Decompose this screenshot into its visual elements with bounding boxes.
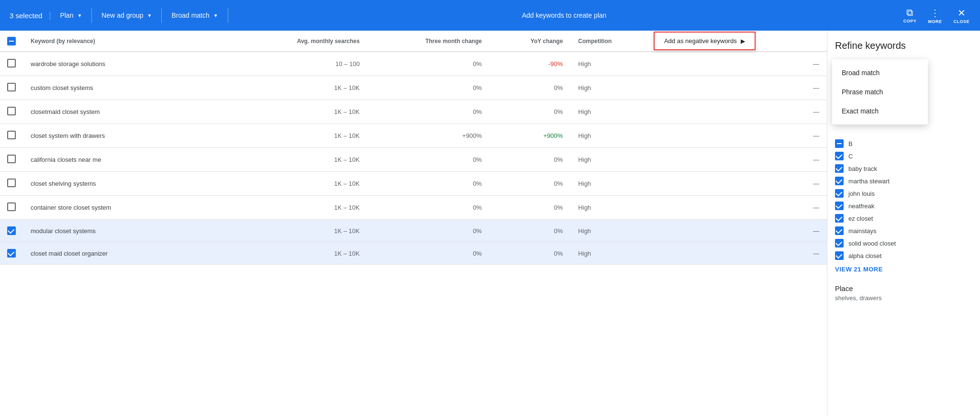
new-ad-group-label: New ad group <box>101 11 143 19</box>
new-ad-group-button[interactable]: New ad group ▼ <box>96 9 157 22</box>
table-row: container store closet system1K – 10K0%0… <box>0 196 827 220</box>
sidebar-place-title: Place <box>835 284 972 292</box>
row-checkbox[interactable] <box>7 155 16 163</box>
copy-button[interactable]: ⧉ COPY <box>898 4 921 26</box>
row-yoy: 0% <box>490 242 570 265</box>
sidebar-items-list: BCbaby trackmartha stewartjohn louisneat… <box>835 137 972 262</box>
row-checkbox[interactable] <box>7 59 16 67</box>
sidebar-item[interactable]: baby track <box>835 162 972 175</box>
row-three-month: +900% <box>368 124 490 148</box>
sidebar-item-checkbox[interactable] <box>835 152 844 160</box>
row-checkbox-cell[interactable] <box>0 124 23 148</box>
header-three-month: Three month change <box>368 31 490 52</box>
row-checkbox-cell[interactable] <box>0 52 23 76</box>
keywords-table: Keyword (by relevance) Avg. monthly sear… <box>0 31 827 265</box>
row-checkbox[interactable] <box>7 107 16 115</box>
broad-match-label: Broad match <box>171 11 209 19</box>
row-competition: High <box>570 148 654 172</box>
row-yoy: 0% <box>490 172 570 196</box>
copy-icon: ⧉ <box>906 7 913 18</box>
row-three-month: 0% <box>368 196 490 220</box>
close-icon: ✕ <box>958 7 966 19</box>
table-row: closet maid closet organizer1K – 10K0%0%… <box>0 242 827 265</box>
row-keyword: california closets near me <box>23 148 234 172</box>
row-searches: 1K – 10K <box>234 124 367 148</box>
sidebar-item-checkbox[interactable] <box>835 202 844 210</box>
sidebar-item-label: mainstays <box>848 227 877 235</box>
sidebar-item-checkbox[interactable] <box>835 214 844 223</box>
sidebar-item-checkbox[interactable] <box>835 164 844 173</box>
row-last: — <box>654 196 827 220</box>
more-button[interactable]: ⋮ MORE <box>923 4 947 27</box>
table-area: Keyword (by relevance) Avg. monthly sear… <box>0 31 827 416</box>
table-row: wardrobe storage solutions10 – 1000%-90%… <box>0 52 827 76</box>
copy-label: COPY <box>903 19 917 23</box>
table-row: custom closet systems1K – 10K0%0%High— <box>0 76 827 100</box>
header-checkbox[interactable] <box>7 37 16 45</box>
row-checkbox[interactable] <box>7 226 16 235</box>
sidebar-item[interactable]: ez closet <box>835 212 972 225</box>
table-row: closetmaid closet system1K – 10K0%0%High… <box>0 100 827 124</box>
sidebar-item-checkbox[interactable] <box>835 177 844 185</box>
row-checkbox-cell[interactable] <box>0 196 23 220</box>
close-label: CLOSE <box>953 19 969 24</box>
table-row: closet shelving systems1K – 10K0%0%High— <box>0 172 827 196</box>
row-checkbox-cell[interactable] <box>0 76 23 100</box>
row-keyword: closet maid closet organizer <box>23 242 234 265</box>
add-keywords-button[interactable]: Add keywords to create plan <box>232 9 897 22</box>
sidebar-item[interactable]: mainstays <box>835 225 972 237</box>
row-checkbox-cell[interactable] <box>0 220 23 242</box>
row-three-month: 0% <box>368 148 490 172</box>
sidebar-items-section: BCbaby trackmartha stewartjohn louisneat… <box>835 137 972 277</box>
row-last: — <box>654 100 827 124</box>
row-checkbox[interactable] <box>7 83 16 91</box>
row-yoy: 0% <box>490 148 570 172</box>
phrase-match-menu-item[interactable]: Phrase match <box>832 82 928 101</box>
header-keyword: Keyword (by relevance) <box>23 31 234 52</box>
sidebar-item-checkbox[interactable] <box>835 239 844 247</box>
row-checkbox-cell[interactable] <box>0 148 23 172</box>
row-checkbox[interactable] <box>7 202 16 211</box>
row-checkbox-cell[interactable] <box>0 172 23 196</box>
row-keyword: closet system with drawers <box>23 124 234 148</box>
row-keyword: container store closet system <box>23 196 234 220</box>
broad-match-chevron-icon: ▼ <box>213 13 218 18</box>
view-more-button[interactable]: VIEW 21 MORE <box>835 262 883 277</box>
sidebar-item[interactable]: solid wood closet <box>835 237 972 249</box>
row-competition: High <box>570 124 654 148</box>
row-checkbox-cell[interactable] <box>0 242 23 265</box>
sidebar-item[interactable]: martha stewart <box>835 175 972 187</box>
row-checkbox[interactable] <box>7 131 16 139</box>
sidebar-item-checkbox[interactable] <box>835 251 844 260</box>
broad-match-menu-item[interactable]: Broad match <box>832 63 928 82</box>
row-checkbox[interactable] <box>7 179 16 187</box>
sidebar-item-checkbox[interactable] <box>835 139 844 148</box>
sidebar-item-checkbox[interactable] <box>835 189 844 198</box>
plan-label: Plan <box>60 11 73 19</box>
add-keywords-label: Add keywords to create plan <box>522 11 607 19</box>
close-button[interactable]: ✕ CLOSE <box>948 4 974 27</box>
broad-match-button[interactable]: Broad match ▼ <box>166 9 223 22</box>
plan-button[interactable]: Plan ▼ <box>54 9 88 22</box>
row-checkbox-cell[interactable] <box>0 100 23 124</box>
row-yoy: 0% <box>490 76 570 100</box>
row-three-month: 0% <box>368 172 490 196</box>
row-checkbox[interactable] <box>7 249 16 258</box>
row-keyword: wardrobe storage solutions <box>23 52 234 76</box>
sidebar-item[interactable]: B <box>835 137 972 150</box>
sidebar-item-checkbox[interactable] <box>835 226 844 235</box>
header-checkbox-cell[interactable] <box>0 31 23 52</box>
row-searches: 1K – 10K <box>234 148 367 172</box>
sidebar-item[interactable]: C <box>835 150 972 162</box>
sidebar-item[interactable]: neatfreak <box>835 200 972 212</box>
sidebar-item[interactable]: john louis <box>835 187 972 200</box>
add-as-negative-keywords-button[interactable]: Add as negative keywords ▶ <box>654 32 756 50</box>
row-competition: High <box>570 100 654 124</box>
exact-match-menu-item[interactable]: Exact match <box>832 101 928 121</box>
separator-3 <box>228 8 228 23</box>
table-body: wardrobe storage solutions10 – 1000%-90%… <box>0 52 827 265</box>
toolbar-icons: ⧉ COPY ⋮ MORE ✕ CLOSE <box>898 4 974 27</box>
row-keyword: modular closet systems <box>23 220 234 242</box>
more-label: MORE <box>928 19 942 24</box>
sidebar-item[interactable]: alpha closet <box>835 249 972 262</box>
